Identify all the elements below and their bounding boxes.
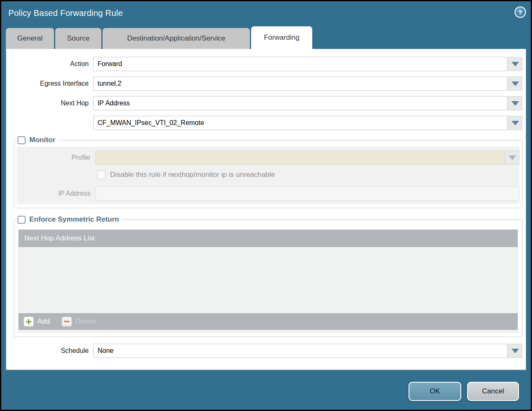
- add-button-label: Add: [37, 317, 50, 326]
- egress-interface-select[interactable]: tunnel.2: [93, 77, 507, 91]
- next-hop-address-dropdown-button[interactable]: [508, 116, 522, 130]
- schedule-label: Schedule: [6, 347, 93, 355]
- tab-label: Forwarding: [264, 33, 299, 42]
- monitor-ip-address-row: IP Address: [17, 186, 519, 201]
- add-icon: [23, 317, 34, 327]
- next-hop-type-dropdown-button[interactable]: [508, 96, 522, 110]
- tab-label: Source: [67, 34, 90, 43]
- monitor-legend-label: Monitor: [29, 136, 55, 144]
- chevron-down-icon: [511, 349, 519, 353]
- next-hop-type-select[interactable]: IP Address: [93, 96, 507, 110]
- tab-forwarding[interactable]: Forwarding: [251, 26, 312, 49]
- schedule-select[interactable]: None: [93, 344, 507, 358]
- dialog-frame: Policy Based Forwarding Rule ? General S…: [1, 1, 531, 410]
- table-header: Next Hop Address List: [18, 230, 518, 247]
- next-hop-label: Next Hop: [6, 100, 93, 107]
- disable-rule-checkbox: [97, 171, 105, 179]
- table-footer: Add Delete: [18, 313, 518, 330]
- egress-interface-label: Egress Interface: [6, 80, 93, 87]
- profile-label: Profile: [17, 154, 95, 161]
- profile-row: Profile: [17, 151, 519, 165]
- table-bottom-strip: [18, 330, 518, 333]
- pbf-rule-dialog: Policy Based Forwarding Rule ? General S…: [0, 0, 532, 411]
- profile-select: [95, 151, 504, 165]
- table-body-empty[interactable]: [18, 247, 518, 313]
- monitor-ip-address-field: [95, 186, 519, 201]
- tab-bar: General Source Destination/Application/S…: [6, 28, 312, 49]
- monitor-disabled-panel: Profile Disable this rule if nexthop/mon…: [17, 147, 519, 204]
- table-header-label: Next Hop Address List: [24, 234, 95, 243]
- action-select[interactable]: Forward: [93, 57, 507, 71]
- delete-button-label: Delete: [75, 317, 96, 326]
- disable-rule-row: Disable this rule if nexthop/monitor ip …: [97, 171, 519, 179]
- chevron-down-icon: [511, 101, 519, 106]
- cancel-button[interactable]: Cancel: [467, 382, 519, 401]
- add-button[interactable]: Add: [23, 317, 50, 327]
- action-dropdown-button[interactable]: [508, 57, 522, 71]
- tab-source[interactable]: Source: [55, 28, 101, 49]
- tab-label: Destination/Application/Service: [127, 34, 225, 43]
- dialog-footer-buttons: OK Cancel: [409, 382, 519, 401]
- ok-button[interactable]: OK: [409, 382, 461, 401]
- tab-destination-application-service[interactable]: Destination/Application/Service: [103, 28, 250, 49]
- tab-general[interactable]: General: [6, 28, 54, 49]
- action-row: Action Forward: [6, 57, 522, 71]
- egress-interface-row: Egress Interface tunnel.2: [6, 77, 522, 91]
- next-hop-row: Next Hop IP Address: [6, 96, 522, 110]
- enforce-legend: Enforce Symmetric Return: [17, 215, 122, 224]
- action-label: Action: [6, 60, 93, 68]
- help-icon[interactable]: ?: [514, 6, 526, 18]
- chevron-down-icon: [511, 82, 519, 86]
- profile-dropdown-button: [505, 151, 519, 165]
- monitor-checkbox[interactable]: [18, 136, 26, 144]
- enforce-legend-label: Enforce Symmetric Return: [29, 215, 119, 224]
- disable-rule-label: Disable this rule if nexthop/monitor ip …: [110, 171, 275, 179]
- monitor-legend: Monitor: [17, 136, 59, 144]
- monitor-ip-address-label: IP Address: [17, 190, 95, 197]
- chevron-down-icon: [511, 62, 519, 66]
- monitor-section: Monitor Profile Disable this rule if nex…: [14, 136, 522, 208]
- schedule-dropdown-button[interactable]: [508, 344, 522, 358]
- help-glyph: ?: [518, 9, 522, 15]
- delete-icon: [62, 317, 72, 327]
- schedule-row: Schedule None: [6, 344, 522, 358]
- next-hop-address-row: CF_MWAN_IPsec_VTI_02_Remote: [6, 116, 522, 130]
- chevron-down-icon: [511, 121, 519, 125]
- next-hop-address-select[interactable]: CF_MWAN_IPsec_VTI_02_Remote: [93, 116, 507, 130]
- enforce-symmetric-return-checkbox[interactable]: [18, 216, 26, 224]
- delete-button: Delete: [62, 317, 96, 327]
- next-hop-address-list-table: Next Hop Address List Add Delete: [18, 230, 518, 333]
- egress-interface-dropdown-button[interactable]: [508, 77, 522, 91]
- forwarding-tab-panel: Action Forward Egress Interface tunnel.2…: [6, 49, 526, 370]
- chevron-down-icon: [509, 156, 516, 160]
- dialog-title: Policy Based Forwarding Rule: [8, 8, 123, 18]
- tab-label: General: [17, 34, 42, 43]
- enforce-symmetric-return-section: Enforce Symmetric Return Next Hop Addres…: [14, 215, 522, 337]
